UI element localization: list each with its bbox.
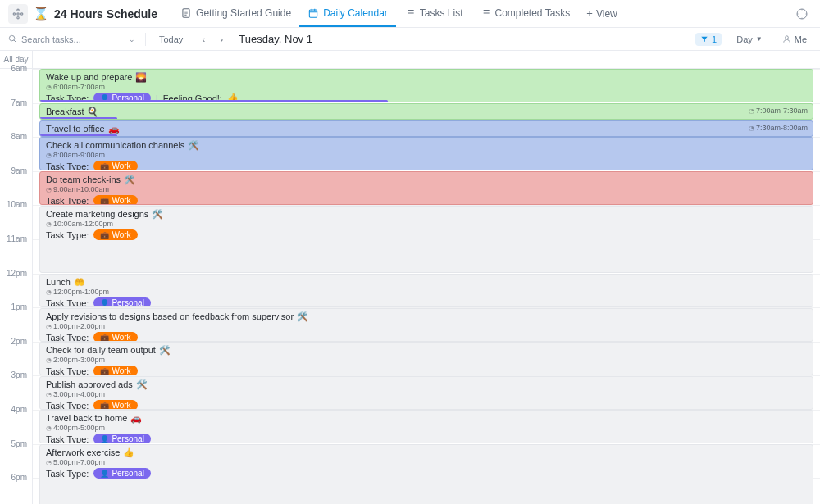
svg-point-4 xyxy=(21,12,23,14)
tab-daily-calendar[interactable]: Daily Calendar xyxy=(299,0,396,27)
calendar-icon xyxy=(308,7,319,19)
calendar-event[interactable]: Afterwork exercise 👍◔5:00pm-7:00pmTask T… xyxy=(39,444,813,504)
chip-icon: 💼 xyxy=(100,334,109,342)
calendar-event[interactable]: Create marketing designs 🛠️◔10:00am-12:0… xyxy=(39,206,813,273)
svg-point-0 xyxy=(17,12,19,14)
event-emoji-icon: 🚗 xyxy=(108,124,120,134)
calendar-event[interactable]: Check all communication channels 🛠️◔8:00… xyxy=(39,137,813,170)
event-title: Apply revisions to designs based on feed… xyxy=(46,311,807,322)
svg-point-8 xyxy=(9,35,14,40)
task-type-chip: 💼Work xyxy=(93,229,137,240)
event-time: ◔5:00pm-7:00pm xyxy=(46,458,807,467)
task-type-label: Task Type: xyxy=(46,161,89,171)
hour-label: 12pm xyxy=(7,269,27,278)
event-time: ◔7:30am-8:00am xyxy=(749,124,808,132)
event-emoji-icon: 🌄 xyxy=(135,72,147,83)
tab-tasks-list[interactable]: Tasks List xyxy=(396,0,472,27)
event-title: Create marketing designs 🛠️ xyxy=(46,209,807,220)
today-button[interactable]: Today xyxy=(156,34,186,44)
event-emoji-icon: 🚗 xyxy=(130,413,142,424)
next-day-button[interactable]: › xyxy=(214,32,229,47)
event-emoji-icon: 🛠️ xyxy=(136,379,148,390)
svg-point-1 xyxy=(17,9,19,11)
hourglass-icon: ⌛ xyxy=(33,6,49,21)
event-title: Do team check-ins 🛠️ xyxy=(46,175,807,185)
event-emoji-icon: 🛠️ xyxy=(124,175,135,185)
task-type-chip: 👤Personal xyxy=(93,434,150,443)
event-title: Travel to office 🚗 xyxy=(46,124,807,134)
event-emoji-icon: 🤲 xyxy=(74,277,85,288)
filter-badge[interactable]: 1 xyxy=(695,33,722,46)
search-input[interactable]: Search tasks... xyxy=(8,34,119,44)
chip-icon: 👤 xyxy=(100,435,109,443)
task-type-chip: 👤Personal xyxy=(93,468,150,479)
event-meta: Task Type:💼Work xyxy=(46,332,807,342)
events-column[interactable]: Wake up and prepare 🌄◔6:00am-7:00amTask … xyxy=(33,51,820,504)
event-title: Wake up and prepare 🌄 xyxy=(46,72,807,83)
prev-day-button[interactable]: ‹ xyxy=(196,32,211,47)
event-progress xyxy=(40,117,117,120)
event-title: Travel back to home 🚗 xyxy=(46,413,807,424)
hour-label: 6pm xyxy=(11,473,27,482)
chip-icon: 💼 xyxy=(100,162,109,170)
event-time: ◔7:00am-7:30am xyxy=(749,107,808,115)
me-button[interactable]: Me xyxy=(777,34,812,44)
chevron-down-icon[interactable]: ⌄ xyxy=(129,35,135,43)
clock-icon: ◔ xyxy=(46,83,52,92)
task-type-label: Task Type: xyxy=(46,230,89,240)
event-time: ◔2:00pm-3:00pm xyxy=(46,356,807,365)
event-emoji-icon: 🛠️ xyxy=(297,311,308,322)
task-type-label: Task Type: xyxy=(46,298,89,308)
doc-icon xyxy=(180,7,192,19)
event-title: Check for daily team output 🛠️ xyxy=(46,345,807,356)
event-meta: Task Type:💼Work xyxy=(46,366,807,375)
tab-label: Getting Started Guide xyxy=(196,7,291,19)
calendar-event[interactable]: Apply revisions to designs based on feed… xyxy=(39,308,813,342)
chevron-down-icon: ▼ xyxy=(756,35,763,43)
workspace-menu-icon[interactable] xyxy=(8,4,28,24)
task-type-chip: 💼Work xyxy=(93,400,137,410)
tab-completed-tasks[interactable]: Completed Tasks xyxy=(472,0,579,27)
hour-label: 8am xyxy=(11,132,27,141)
event-emoji-icon: 🛠️ xyxy=(188,140,199,151)
svg-point-2 xyxy=(17,16,19,18)
task-type-chip: 👤Personal xyxy=(93,297,150,307)
event-meta: Task Type:👤Personal xyxy=(46,468,807,479)
calendar: All day 6am7am8am9am10am11am12pm1pm2pm3p… xyxy=(0,51,820,504)
period-selector[interactable]: Day ▼ xyxy=(731,34,767,44)
tab-getting-started-guide[interactable]: Getting Started Guide xyxy=(172,0,299,27)
clock-icon: ◔ xyxy=(46,458,52,467)
event-title: Breakfast 🍳 xyxy=(46,107,807,117)
list-icon xyxy=(480,7,491,19)
svg-rect-6 xyxy=(309,9,317,16)
event-time: ◔12:00pm-1:00pm xyxy=(46,288,807,297)
event-time: ◔4:00pm-5:00pm xyxy=(46,424,807,433)
automation-icon[interactable] xyxy=(792,4,812,24)
clock-icon: ◔ xyxy=(46,185,52,194)
calendar-event[interactable]: Publish approved ads 🛠️◔3:00pm-4:00pmTas… xyxy=(39,376,813,410)
calendar-event[interactable]: Breakfast 🍳◔7:00am-7:30am xyxy=(39,103,813,120)
hour-label: 4pm xyxy=(11,405,27,414)
calendar-event[interactable]: Travel back to home 🚗◔4:00pm-5:00pmTask … xyxy=(39,410,813,443)
clock-icon: ◔ xyxy=(46,288,52,297)
event-time: ◔3:00pm-4:00pm xyxy=(46,390,807,399)
event-title: Afterwork exercise 👍 xyxy=(46,447,807,458)
clock-icon: ◔ xyxy=(46,356,52,365)
calendar-event[interactable]: Check for daily team output 🛠️◔2:00pm-3:… xyxy=(39,342,813,375)
event-title: Lunch 🤲 xyxy=(46,277,807,288)
calendar-event[interactable]: Wake up and prepare 🌄◔6:00am-7:00amTask … xyxy=(39,69,813,102)
task-type-chip: 💼Work xyxy=(93,366,137,375)
allday-lane[interactable] xyxy=(33,51,820,69)
search-icon xyxy=(8,34,17,43)
calendar-event[interactable]: Lunch 🤲◔12:00pm-1:00pmTask Type:👤Persona… xyxy=(39,274,813,307)
calendar-event[interactable]: Do team check-ins 🛠️◔9:00am-10:00amTask … xyxy=(39,171,813,205)
plus-icon: + xyxy=(586,7,593,20)
calendar-event[interactable]: Travel to office 🚗◔7:30am-8:00am xyxy=(39,120,813,137)
workspace-title: 24 Hours Schedule xyxy=(54,7,157,20)
add-view-button[interactable]: + View xyxy=(578,7,625,20)
hour-label: 1pm xyxy=(11,302,27,311)
hour-label: 11am xyxy=(7,234,27,243)
task-type-label: Task Type: xyxy=(46,366,89,376)
hour-label: 7am xyxy=(11,98,27,107)
event-time: ◔1:00pm-2:00pm xyxy=(46,322,807,331)
